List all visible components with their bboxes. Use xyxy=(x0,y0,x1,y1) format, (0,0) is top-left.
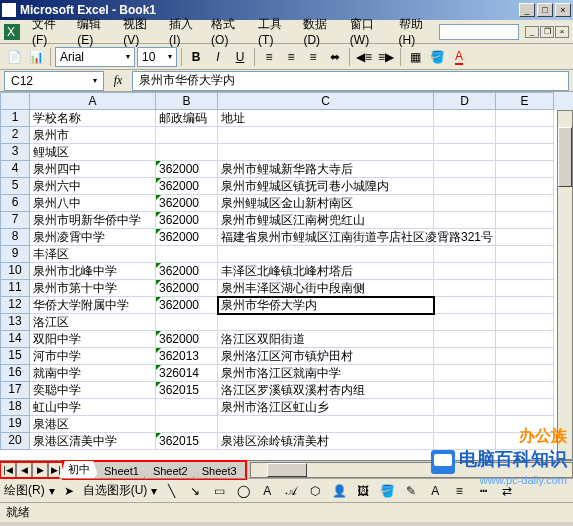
cell[interactable]: 华侨大学附属中学 xyxy=(30,297,156,314)
grid-body[interactable]: 1学校名称邮政编码地址2泉州市3鲤城区4泉州四中362000泉州市鲤城新华路大寺… xyxy=(0,110,573,460)
cell[interactable]: 362000 xyxy=(156,212,218,229)
cell[interactable]: 就南中学 xyxy=(30,365,156,382)
cell[interactable]: 邮政编码 xyxy=(156,110,218,127)
vertical-scrollbar[interactable] xyxy=(557,110,573,460)
cell[interactable]: 洛江区双阳街道 xyxy=(218,331,434,348)
cell[interactable] xyxy=(496,212,554,229)
cell[interactable] xyxy=(434,263,496,280)
mdi-close[interactable]: × xyxy=(555,26,569,38)
cell[interactable] xyxy=(496,178,554,195)
cell[interactable] xyxy=(218,416,434,433)
cell[interactable] xyxy=(496,195,554,212)
cell[interactable]: 362015 xyxy=(156,382,218,399)
cell[interactable] xyxy=(434,161,496,178)
cell[interactable]: 362000 xyxy=(156,161,218,178)
cell[interactable]: 泉州市洛江区就南中学 xyxy=(218,365,434,382)
cell[interactable]: 奕聪中学 xyxy=(30,382,156,399)
autoshape-menu[interactable]: 自选图形(U) xyxy=(83,482,148,499)
col-header-B[interactable]: B xyxy=(156,92,218,110)
cell[interactable] xyxy=(218,144,434,161)
font-color-icon[interactable]: A xyxy=(425,481,445,501)
arrow-style-icon[interactable]: ⇄ xyxy=(497,481,517,501)
cell[interactable]: 泉州市北峰中学 xyxy=(30,263,156,280)
cell[interactable] xyxy=(218,127,434,144)
menu-edit[interactable]: 编辑(E) xyxy=(71,14,117,49)
cell[interactable]: 泉州四中 xyxy=(30,161,156,178)
cell[interactable] xyxy=(496,263,554,280)
cell[interactable] xyxy=(434,348,496,365)
line-style-icon[interactable]: ≡ xyxy=(449,481,469,501)
align-right-button[interactable]: ≡ xyxy=(303,47,323,67)
cell[interactable] xyxy=(434,110,496,127)
cell[interactable]: 河市中学 xyxy=(30,348,156,365)
menu-file[interactable]: 文件(F) xyxy=(26,14,71,49)
oval-icon[interactable]: ◯ xyxy=(233,481,253,501)
cell[interactable]: 福建省泉州市鲤城区江南街道亭店社区凌霄路321号 xyxy=(218,229,434,246)
cell[interactable]: 泉州市鲤城区镇抚司巷小城隍内 xyxy=(218,178,434,195)
col-header-D[interactable]: D xyxy=(434,92,496,110)
col-header-E[interactable]: E xyxy=(496,92,554,110)
minimize-button[interactable]: _ xyxy=(519,3,535,17)
row-header[interactable]: 3 xyxy=(0,144,30,161)
borders-button[interactable]: ▦ xyxy=(405,47,425,67)
maximize-button[interactable]: □ xyxy=(537,3,553,17)
cell[interactable] xyxy=(434,365,496,382)
cell[interactable] xyxy=(496,144,554,161)
col-header-C[interactable]: C xyxy=(218,92,434,110)
cell[interactable] xyxy=(156,144,218,161)
row-header[interactable]: 14 xyxy=(0,331,30,348)
row-header[interactable]: 17 xyxy=(0,382,30,399)
diagram-icon[interactable]: ⬡ xyxy=(305,481,325,501)
textbox-icon[interactable]: A xyxy=(257,481,277,501)
menu-window[interactable]: 窗口(W) xyxy=(344,14,393,49)
cell[interactable]: 洛江区 xyxy=(30,314,156,331)
col-header-A[interactable]: A xyxy=(30,92,156,110)
cell[interactable]: 泉州市华侨大学内 xyxy=(218,297,434,314)
cell[interactable] xyxy=(496,348,554,365)
cell[interactable] xyxy=(496,416,554,433)
fill-icon[interactable]: 🪣 xyxy=(377,481,397,501)
mdi-restore[interactable]: ❐ xyxy=(540,26,554,38)
merge-button[interactable]: ⬌ xyxy=(325,47,345,67)
cell[interactable] xyxy=(156,399,218,416)
picture-icon[interactable]: 🖼 xyxy=(353,481,373,501)
align-center-button[interactable]: ≡ xyxy=(281,47,301,67)
cell[interactable]: 泉州洛江区河市镇炉田村 xyxy=(218,348,434,365)
cell[interactable] xyxy=(434,416,496,433)
sheet-tab[interactable]: Sheet2 xyxy=(144,464,197,479)
cell[interactable] xyxy=(434,212,496,229)
row-header[interactable]: 7 xyxy=(0,212,30,229)
rect-icon[interactable]: ▭ xyxy=(209,481,229,501)
arrow-icon[interactable]: ↘ xyxy=(185,481,205,501)
cell[interactable] xyxy=(496,229,554,246)
menu-help[interactable]: 帮助(H) xyxy=(393,14,439,49)
scroll-thumb[interactable] xyxy=(267,463,307,477)
cell[interactable] xyxy=(156,127,218,144)
cell[interactable] xyxy=(156,314,218,331)
row-header[interactable]: 19 xyxy=(0,416,30,433)
cell[interactable]: 362000 xyxy=(156,178,218,195)
size-selector[interactable]: 10 ▾ xyxy=(137,47,177,67)
cell[interactable] xyxy=(496,382,554,399)
menu-format[interactable]: 格式(O) xyxy=(205,14,252,49)
indent-dec-button[interactable]: ◀≡ xyxy=(354,47,374,67)
row-header[interactable]: 4 xyxy=(0,161,30,178)
cell[interactable]: 双阳中学 xyxy=(30,331,156,348)
formula-bar[interactable]: 泉州市华侨大学内 xyxy=(132,71,569,91)
cell[interactable] xyxy=(496,433,554,450)
mdi-minimize[interactable]: _ xyxy=(525,26,539,38)
tab-nav-next[interactable]: ▶ xyxy=(32,462,48,478)
cell[interactable]: 泉州市第十中学 xyxy=(30,280,156,297)
row-header[interactable]: 12 xyxy=(0,297,30,314)
cell[interactable] xyxy=(434,178,496,195)
cell[interactable]: 362000 xyxy=(156,263,218,280)
menu-view[interactable]: 视图(V) xyxy=(117,14,163,49)
cell[interactable]: 泉州市洛江区虹山乡 xyxy=(218,399,434,416)
line-color-icon[interactable]: ✎ xyxy=(401,481,421,501)
cell[interactable]: 洛江区罗溪镇双溪村杏内组 xyxy=(218,382,434,399)
font-selector[interactable]: Arial ▾ xyxy=(55,47,135,67)
wordart-icon[interactable]: 𝒜 xyxy=(281,481,301,501)
cell[interactable] xyxy=(434,399,496,416)
cell[interactable] xyxy=(434,127,496,144)
pointer-button[interactable]: ➤ xyxy=(59,481,79,501)
